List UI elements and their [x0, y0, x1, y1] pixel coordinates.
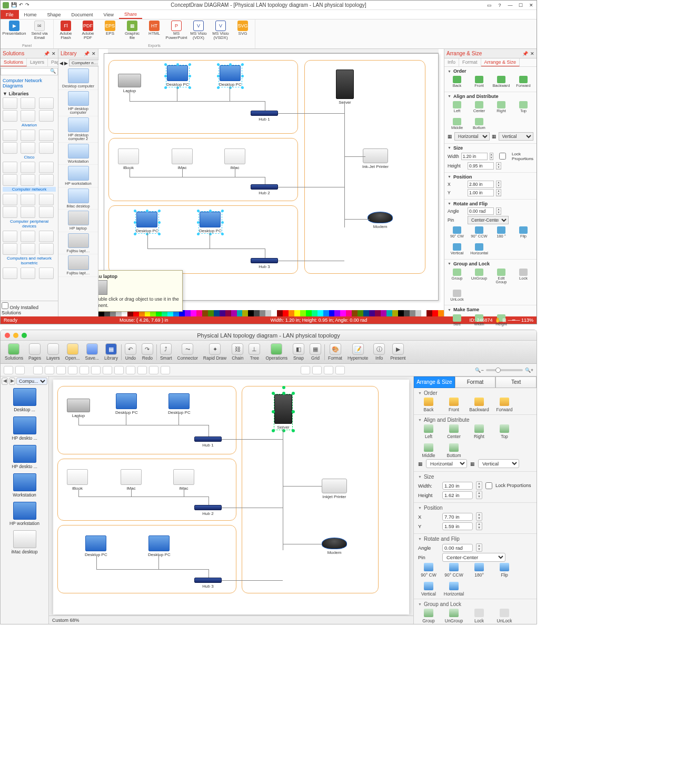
menu-shape[interactable]: Shape — [42, 11, 66, 18]
shape-hub[interactable]: Hub 2 — [194, 505, 222, 516]
tool-crop[interactable] — [137, 366, 147, 374]
lib-item[interactable]: iMac desktop — [58, 187, 98, 210]
adobe-pdf-button[interactable]: PDFAdobe PDF — [78, 21, 98, 40]
close-panel-icon[interactable]: ✕ — [530, 51, 534, 56]
forward-button[interactable]: Forward — [515, 76, 532, 88]
shape-imac[interactable]: iMac — [121, 469, 142, 491]
mac-lock[interactable]: Lock — [469, 609, 490, 623]
connector[interactable] — [130, 168, 130, 177]
shape-laptop[interactable]: Laptop — [67, 399, 90, 418]
lib-back-icon[interactable]: ◀ — [2, 378, 8, 385]
cat-cisco[interactable]: Cisco — [3, 155, 56, 160]
lock-button[interactable]: Lock — [515, 269, 532, 284]
lib-thumb[interactable] — [3, 142, 17, 154]
mac-unlock[interactable]: UnLock — [494, 609, 515, 623]
connector[interactable] — [222, 508, 283, 508]
spinner[interactable]: ▲▼ — [476, 481, 482, 490]
search-icon[interactable]: 🔍 — [50, 68, 56, 74]
connector[interactable] — [78, 416, 79, 425]
tool-eraser[interactable] — [149, 366, 158, 374]
connector[interactable] — [130, 177, 265, 177]
lib-thumb[interactable] — [39, 174, 54, 186]
connector[interactable] — [265, 101, 265, 111]
mac-tab-format[interactable]: Format — [455, 376, 496, 388]
connector[interactable] — [126, 413, 126, 425]
shape-desktop-pc[interactable]: Desktop PC — [136, 212, 158, 233]
section-group[interactable]: Group and Lock — [448, 261, 533, 266]
section-order[interactable]: Order — [448, 68, 533, 74]
mac-pin-select[interactable]: Center-Center — [442, 553, 505, 562]
lib-thumb[interactable] — [21, 267, 35, 279]
tb-save[interactable]: Save... — [83, 343, 101, 361]
align-right-button[interactable]: Right — [493, 101, 510, 113]
ms-visio-vdx-button[interactable]: VMS Visio (VDX) — [188, 21, 209, 40]
lib-item[interactable]: HP laptop — [58, 210, 98, 232]
y-input[interactable] — [468, 189, 494, 196]
horizontal-select[interactable]: Horizontal — [454, 132, 490, 141]
mac-rot-cw[interactable]: 90° CW — [418, 563, 439, 578]
group-box-1[interactable] — [108, 60, 298, 134]
shape-hub[interactable]: Hub 2 — [251, 184, 278, 195]
help-icon[interactable]: ▭ — [486, 3, 492, 8]
tb-undo[interactable]: ↶Undo — [123, 343, 138, 361]
connector[interactable] — [78, 497, 209, 497]
connector[interactable] — [130, 92, 130, 101]
connector[interactable] — [177, 86, 177, 101]
mac-tab-text[interactable]: Text — [495, 376, 537, 388]
same-size-button[interactable]: Size — [449, 314, 465, 326]
lib-thumb[interactable] — [39, 97, 54, 109]
connector[interactable] — [184, 489, 184, 497]
shape-imac[interactable]: iMac — [173, 469, 194, 491]
y-spinner[interactable]: ▲▼ — [496, 189, 501, 196]
lib-thumb[interactable] — [21, 110, 35, 122]
mac-align-left[interactable]: Left — [418, 424, 439, 439]
send-email-button[interactable]: ✉Send via Email — [28, 21, 51, 40]
mac-backward-button[interactable]: Backward — [469, 398, 490, 412]
connector[interactable] — [278, 187, 344, 187]
connector[interactable] — [222, 580, 283, 581]
tool-eyedrop[interactable] — [335, 366, 345, 374]
tool-pen[interactable] — [114, 366, 124, 374]
help-icon[interactable]: ? — [497, 3, 503, 8]
lib-thumb[interactable] — [39, 243, 54, 255]
lib-fwd-icon[interactable]: ▶ — [64, 61, 68, 66]
mac-ungroup[interactable]: UnGroup — [443, 609, 464, 623]
tb-chain[interactable]: ⛓Chain — [230, 343, 245, 361]
pin-select[interactable]: Center-Center — [468, 216, 509, 224]
shape-imac[interactable]: iMac — [172, 148, 193, 170]
adobe-flash-button[interactable]: FlAdobe Flash — [56, 21, 76, 40]
lib-thumb[interactable] — [21, 130, 35, 141]
mac-align-center[interactable]: Center — [443, 424, 464, 439]
qat-undo-icon[interactable]: ↶ — [19, 2, 23, 8]
mac-lib-item[interactable]: HP workstation — [1, 500, 48, 528]
tool-text-select[interactable] — [15, 366, 25, 374]
ms-visio-vsdx-button[interactable]: VMS Visio (VSDX) — [211, 21, 231, 40]
lib-thumb[interactable] — [21, 231, 35, 242]
mac-x-input[interactable] — [442, 513, 473, 521]
rotate-180-button[interactable]: 180 ° — [493, 226, 510, 239]
tb-rapid[interactable]: ✦Rapid Draw — [201, 343, 229, 361]
mac-section-order[interactable]: Order — [418, 390, 532, 396]
backward-button[interactable]: Backward — [493, 76, 510, 88]
tb-solutions[interactable]: Solutions — [3, 343, 25, 361]
lib-item[interactable]: HP desktop computer — [58, 90, 98, 116]
connector[interactable] — [222, 439, 283, 440]
tb-tree[interactable]: ⊥Tree — [246, 343, 262, 361]
shape-desktop-pc[interactable]: Desktop PC — [199, 212, 222, 233]
mac-lib-select[interactable]: Compu... — [16, 378, 47, 385]
connector[interactable] — [210, 233, 210, 249]
maximize-icon[interactable]: ☐ — [518, 3, 524, 8]
unlock-button[interactable]: UnLock — [449, 290, 465, 302]
qat-redo-icon[interactable]: ↷ — [25, 2, 29, 8]
mac-align-middle[interactable]: Middle — [418, 443, 439, 458]
tb-open[interactable]: Open... — [63, 343, 82, 361]
mac-horiz-select[interactable]: Horizontal — [426, 459, 467, 468]
shape-modem[interactable]: Modem — [368, 212, 393, 229]
tool-curve[interactable] — [103, 366, 112, 374]
menu-home[interactable]: Home — [19, 11, 42, 18]
rotate-cw-button[interactable]: 90° CW — [449, 226, 465, 239]
connector[interactable] — [230, 86, 230, 101]
connector[interactable] — [265, 177, 265, 184]
tool-ellipse[interactable] — [45, 366, 54, 374]
tool-text[interactable] — [56, 366, 66, 374]
